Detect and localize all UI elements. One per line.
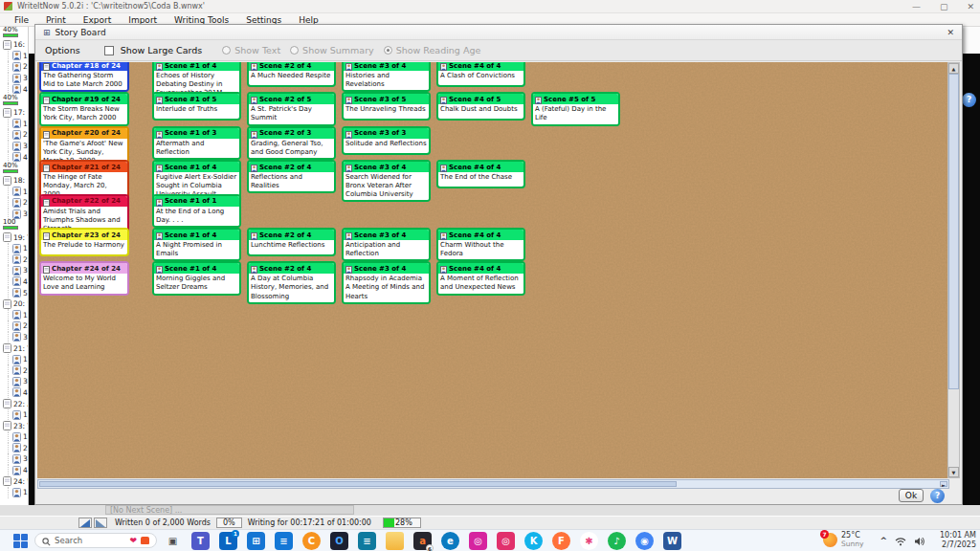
tree-scene-item[interactable]: 4:: [1, 387, 28, 399]
search-input[interactable]: Search ❤: [34, 533, 157, 548]
tree-scene-item[interactable]: 1:: [1, 487, 28, 498]
chapter-tree[interactable]: 40%16:1:2:3:4:40%17:1:2:3:4:40%18:1:2:3:…: [0, 27, 29, 505]
tree-scene-item[interactable]: 5:: [1, 287, 28, 298]
radio-icon[interactable]: [384, 46, 392, 55]
scroll-right-icon[interactable]: ►: [940, 481, 947, 487]
edge-icon[interactable]: e: [441, 532, 459, 550]
tree-scene-item[interactable]: 2:: [1, 443, 28, 454]
scene-card[interactable]: Scene #2 of 4A Day at Columbia History, …: [247, 261, 336, 303]
tree-scene-item[interactable]: 3:: [1, 73, 28, 84]
radio-icon[interactable]: [222, 46, 231, 55]
session-chart-button[interactable]: [94, 518, 107, 528]
tree-chapter-item[interactable]: 23: T: [1, 420, 28, 431]
chapter-card[interactable]: Chapter #24 of 24Welcome to My World Lov…: [39, 261, 129, 295]
tree-scene-item[interactable]: 2:: [1, 364, 28, 376]
scene-card[interactable]: Scene #4 of 4A Clash of Convictions: [436, 62, 525, 87]
tree-scene-item[interactable]: 1:: [1, 51, 28, 62]
photos-pinwheel-icon[interactable]: ✱: [580, 532, 598, 550]
tree-chapter-item[interactable]: 18:: [1, 175, 28, 187]
instagram-icon[interactable]: ◎: [469, 532, 487, 550]
copilot-icon[interactable]: C: [302, 532, 321, 550]
scene-card[interactable]: Scene #5 of 5A (Fateful) Day in the Life: [531, 92, 620, 125]
tree-scene-item[interactable]: 3:: [1, 332, 28, 343]
start-button[interactable]: [13, 534, 28, 548]
tree-scene-item[interactable]: 1:: [1, 243, 28, 254]
tree-scene-item[interactable]: 2:: [1, 254, 28, 266]
scene-card[interactable]: Scene #2 of 4Lunchtime Reflections: [247, 228, 336, 256]
board-horizontal-scrollbar[interactable]: ◄ ►: [37, 479, 949, 489]
photos-app-icon[interactable]: a6: [413, 532, 432, 550]
tree-chapter-item[interactable]: 16:: [1, 39, 28, 51]
chevron-up-icon[interactable]: ^: [880, 536, 887, 545]
radio-option-2[interactable]: Show Reading Age: [384, 45, 481, 55]
tree-scene-item[interactable]: 1:: [1, 431, 28, 443]
scene-card[interactable]: Scene #1 of 5Interlude of Truths: [152, 92, 241, 121]
scene-card[interactable]: Scene #4 of 5Chalk Dust and Doubts: [436, 92, 525, 121]
show-large-cards-checkbox[interactable]: [104, 46, 114, 55]
tree-chapter-item[interactable]: 19: T: [1, 231, 28, 243]
scene-card[interactable]: Scene #3 of 4Rhapsody in Academia A Meet…: [342, 261, 431, 303]
microsoft-store-icon[interactable]: ⊞: [247, 532, 265, 550]
tree-scene-item[interactable]: 2:: [1, 197, 28, 209]
tree-scene-item[interactable]: 1:: [1, 354, 28, 365]
scene-card[interactable]: Scene #3 of 4Histories and Revelations: [342, 62, 431, 92]
scene-card[interactable]: Scene #1 of 4Morning Giggles and Seltzer…: [152, 261, 241, 295]
maximize-icon[interactable]: ▢: [940, 0, 948, 13]
tree-scene-item[interactable]: 4:: [1, 465, 28, 476]
tree-scene-item[interactable]: 4:: [1, 83, 28, 95]
tree-scene-item[interactable]: 4:: [1, 151, 28, 163]
tree-scene-item[interactable]: 1:: [1, 187, 28, 198]
scene-card[interactable]: Scene #1 of 1At the End of a Long Day. .…: [152, 194, 241, 228]
tree-scene-item[interactable]: 3:: [1, 265, 28, 276]
minimize-icon[interactable]: —: [912, 0, 921, 13]
tree-chapter-item[interactable]: 24: W: [1, 475, 28, 487]
scene-card[interactable]: Scene #4 of 4The End of the Chase: [436, 160, 525, 188]
tree-scene-item[interactable]: 2:: [1, 320, 28, 332]
chapter-card[interactable]: Chapter #19 of 24The Storm Breaks New Yo…: [39, 92, 129, 125]
tree-scene-item[interactable]: 3:: [1, 453, 28, 465]
tree-chapter-item[interactable]: 17:: [1, 107, 28, 119]
scene-card[interactable]: Scene #1 of 3Aftermath and Reflection: [152, 126, 241, 160]
scroll-up-icon[interactable]: ▲: [948, 63, 959, 74]
chrome-icon[interactable]: ◉: [635, 532, 654, 550]
linkedin-icon[interactable]: L1: [219, 532, 237, 550]
firefox-icon[interactable]: F: [552, 532, 570, 550]
scene-card[interactable]: Scene #4 of 4Charm Without the Fedora: [436, 228, 525, 261]
teams-icon[interactable]: T: [191, 532, 210, 550]
tree-chapter-item[interactable]: 22: A: [1, 398, 28, 409]
menu-item-file[interactable]: File: [6, 13, 37, 27]
opera-icon[interactable]: O: [330, 532, 348, 550]
radio-option-1[interactable]: Show Summary: [290, 45, 374, 55]
scene-card[interactable]: Scene #2 of 3Grading, General Tso, and G…: [247, 126, 336, 160]
spotify-icon[interactable]: ♪: [608, 532, 626, 550]
taskbar-clock[interactable]: 10:01 AM 2/7/2025: [940, 531, 976, 549]
krita-icon[interactable]: K: [524, 532, 543, 550]
tree-scene-item[interactable]: 3:: [1, 376, 28, 387]
scene-card[interactable]: Scene #2 of 5A St. Patrick's Day Summit: [247, 92, 336, 125]
ok-button[interactable]: Ok: [899, 489, 924, 502]
tree-scene-item[interactable]: 3:: [1, 209, 28, 220]
file-explorer-icon[interactable]: [386, 532, 404, 550]
radio-icon[interactable]: [290, 46, 299, 55]
volume-icon[interactable]: [914, 532, 925, 550]
scene-card[interactable]: Scene #2 of 4A Much Needed Respite: [247, 62, 336, 87]
main-help-button[interactable]: ?: [962, 93, 976, 107]
scene-card[interactable]: Scene #1 of 4A Night Promised in Emails: [152, 228, 241, 261]
scene-card[interactable]: Scene #2 of 4Reflections and Realities: [247, 160, 336, 193]
tree-scene-item[interactable]: 2:: [1, 61, 28, 73]
close-icon[interactable]: ✕: [967, 0, 974, 13]
tree-scene-item[interactable]: 1:: [1, 409, 28, 421]
scene-card[interactable]: Scene #3 of 3Solitude and Reflections: [342, 126, 431, 155]
chapter-card[interactable]: Chapter #23 of 24The Prelude to Harmony: [39, 228, 129, 256]
dialog-close-icon[interactable]: ✕: [947, 28, 954, 37]
sticky-notes-icon[interactable]: ≡: [358, 532, 376, 550]
tree-scene-item[interactable]: 1:: [1, 119, 28, 130]
tree-scene-item[interactable]: 2:: [1, 129, 28, 141]
tree-chapter-item[interactable]: 21: T: [1, 342, 28, 354]
chapter-card[interactable]: Chapter #18 of 24The Gathering Storm Mid…: [39, 62, 129, 92]
scrollbar-thumb[interactable]: [948, 74, 959, 389]
instagram-alt-icon[interactable]: ◎: [497, 532, 515, 550]
task-view-icon[interactable]: ▣: [164, 532, 182, 550]
outlook-icon[interactable]: ≡: [275, 532, 293, 550]
dialog-titlebar[interactable]: ⊞ Story Board ✕: [35, 25, 962, 40]
